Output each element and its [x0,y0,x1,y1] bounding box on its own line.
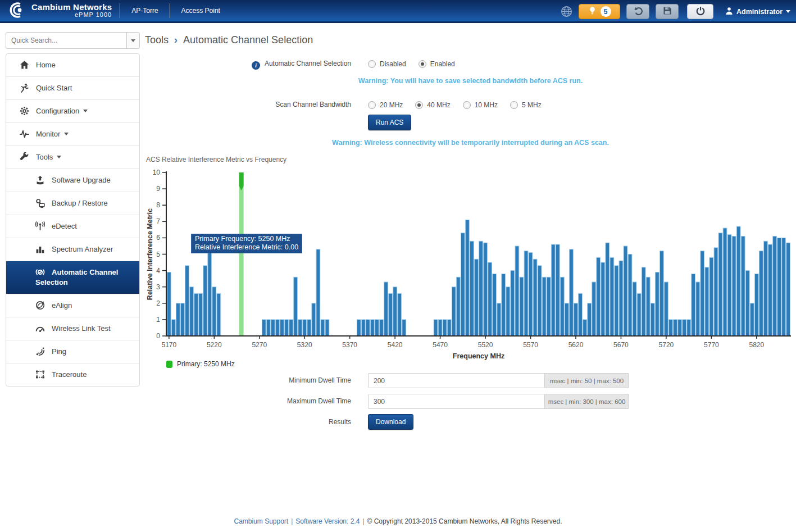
sidebar-item-spectrum-analyzer[interactable]: Spectrum Analyzer [6,238,139,261]
home-icon [20,60,29,70]
svg-text:6: 6 [156,234,160,242]
sidebar-item-tools[interactable]: Tools [6,146,139,169]
primary-legend-swatch [166,361,172,368]
sidebar-item-label: Wireless Link Test [52,324,111,333]
max-dwell-input[interactable] [368,394,545,409]
device-mode[interactable]: Access Point [170,7,231,15]
svg-text:5520: 5520 [478,341,493,349]
sidebar-item-quick-start[interactable]: Quick Start [6,77,139,100]
radio-bw-20-mhz[interactable]: 20 MHz [368,101,403,109]
undo-icon [633,6,643,17]
radio-icon [368,60,376,68]
breadcrumb: Tools›Automatic Channel Selection [145,34,313,46]
min-dwell-row: Minimum Dwell Time msec | min: 50 | max:… [145,373,629,388]
device-name[interactable]: AP-Torre [120,7,169,15]
svg-text:5270: 5270 [252,341,267,349]
chart-tooltip: Primary Frequency: 5250 MHz Relative Int… [191,234,302,253]
min-dwell-label: Minimum Dwell Time [145,373,351,388]
sidebar-item-home[interactable]: Home [6,54,139,77]
sidebar-item-configuration[interactable]: Configuration [6,100,139,123]
sidebar-item-monitor[interactable]: Monitor [6,123,139,146]
max-dwell-units: msec | min: 300 | max: 600 [545,394,629,409]
acs-bar-chart-svg: 0123456789105170522052705320537054205470… [145,166,794,363]
radio-acs-enabled[interactable]: Enabled [419,60,455,68]
svg-text:5370: 5370 [342,341,357,349]
breadcrumb-separator: › [174,34,178,46]
edetect-icon [35,221,45,231]
svg-text:5620: 5620 [568,341,584,349]
search-dropdown-button[interactable] [126,33,139,48]
svg-text:5720: 5720 [659,341,674,349]
sidebar-item-ping[interactable]: Ping [6,340,139,363]
sidebar-item-label: Backup / Restore [52,199,108,207]
main-content: Tools›Automatic Channel Selection iAutom… [145,32,794,521]
monitor-icon [20,129,29,139]
sidebar-item-label: Tools [36,153,53,161]
acs-enable-radio-group: DisabledEnabled [368,60,467,68]
svg-text:9: 9 [156,185,160,193]
results-row: Results Download [145,414,413,430]
brand-logo-block: Cambium Networks ePMP 1000 [0,0,120,21]
svg-text:1: 1 [156,316,160,324]
notification-count-badge: 5 [601,6,611,17]
radio-bw-40-mhz[interactable]: 40 MHz [415,101,450,109]
support-link[interactable]: Cambium Support [234,517,288,525]
run-acs-button[interactable]: Run ACS [368,115,411,130]
svg-text:5: 5 [156,251,160,258]
svg-text:0: 0 [156,332,160,340]
sidebar-item-automatic-channel-selection[interactable]: Automatic Channel Selection [6,261,139,294]
header-actions: 5 [561,0,790,23]
svg-text:5820: 5820 [749,341,764,349]
sidebar-item-edetect[interactable]: eDetect [6,215,139,238]
quick-search-box [6,32,140,49]
globe-icon[interactable] [561,6,572,17]
results-label: Results [145,415,351,430]
page-title: Automatic Channel Selection [183,34,313,46]
search-input[interactable] [6,33,126,48]
sidebar-item-label: Software Upgrade [52,176,111,184]
configuration-icon [20,106,29,116]
min-dwell-input[interactable] [368,373,545,388]
notifications-button[interactable]: 5 [579,4,620,19]
sidebar-item-ealign[interactable]: eAlign [6,294,139,317]
chart-legend: Primary: 5250 MHz [166,360,235,368]
sidebar-item-wireless-link-test[interactable]: Wireless Link Test [6,317,139,340]
power-icon [696,6,705,17]
sidebar: HomeQuick StartConfigurationMonitorTools… [6,32,140,387]
lightbulb-icon [588,6,597,17]
quick-start-icon [20,83,29,93]
max-dwell-row: Maximum Dwell Time msec | min: 300 | max… [145,394,629,409]
user-icon [725,7,733,17]
radio-bw-10-mhz[interactable]: 10 MHz [463,101,498,109]
save-button[interactable] [656,4,679,19]
svg-text:5170: 5170 [161,341,176,349]
sidebar-item-backup-restore[interactable]: Backup / Restore [6,192,139,215]
ping-icon [35,347,45,356]
sidebar-item-label: Home [36,61,56,69]
footer: Cambium Support|Software Version: 2.4|© … [0,517,796,525]
svg-text:10: 10 [153,169,161,176]
sidebar-item-label: Spectrum Analyzer [52,245,113,253]
scan-bandwidth-radio-group: 20 MHz40 MHz10 MHz5 MHz [368,101,554,109]
radio-bw-5-mhz[interactable]: 5 MHz [510,101,542,109]
sidebar-item-label: Automatic Channel Selection [35,268,118,287]
radio-acs-disabled[interactable]: Disabled [368,60,406,68]
sidebar-item-software-upgrade[interactable]: Software Upgrade [6,169,139,192]
brand-name: Cambium Networks [31,3,112,12]
undo-button[interactable] [626,4,649,19]
sidebar-item-label: Ping [52,347,66,356]
download-button[interactable]: Download [368,414,413,430]
brand-model: ePMP 1000 [31,12,112,19]
svg-text:8: 8 [156,201,160,209]
brand-text: Cambium Networks ePMP 1000 [31,3,112,18]
info-icon: i [252,61,260,70]
power-button[interactable] [687,4,713,19]
svg-text:5320: 5320 [297,341,312,349]
user-menu[interactable]: Administrator [725,7,790,17]
sidebar-item-label: Quick Start [36,84,72,92]
sidebar-item-traceroute[interactable]: Traceroute [6,363,139,386]
chevron-down-icon [131,39,135,42]
svg-text:5470: 5470 [433,341,448,349]
chevron-down-icon [83,110,88,112]
radio-icon [368,101,376,109]
